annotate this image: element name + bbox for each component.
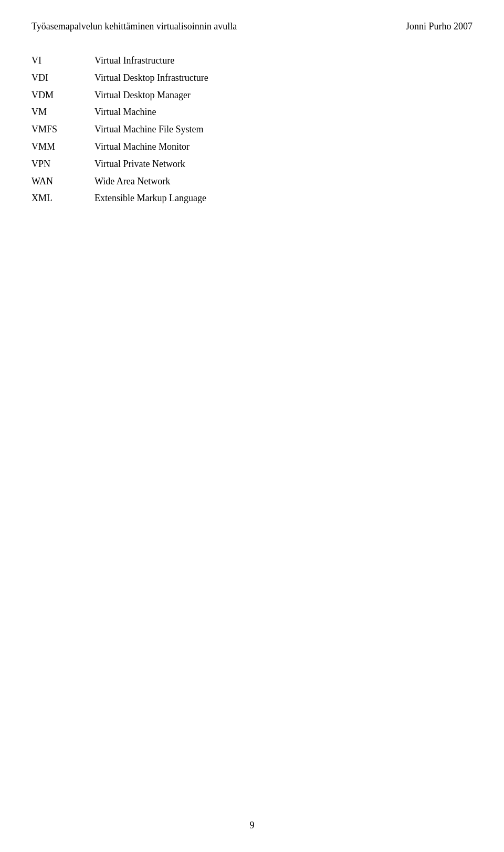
list-item: VMFSVirtual Machine File System [32,122,472,137]
abbr-term: VDM [32,88,94,103]
page-number: 9 [250,820,255,830]
abbr-term: VI [32,53,94,68]
abbr-term: VMM [32,139,94,154]
abbr-term: XML [32,191,94,206]
abbr-definition: Extensible Markup Language [94,191,206,206]
abbr-definition: Virtual Desktop Manager [94,88,191,103]
list-item: VMMVirtual Machine Monitor [32,139,472,154]
page-header: Työasemapalvelun kehittäminen virtualiso… [32,21,472,32]
list-item: WANWide Area Network [32,174,472,189]
abbr-definition: Virtual Desktop Infrastructure [94,70,208,86]
abbr-definition: Virtual Infrastructure [94,53,174,68]
list-item: VDMVirtual Desktop Manager [32,88,472,103]
abbr-definition: Virtual Private Network [94,157,185,172]
abbr-definition: Virtual Machine [94,105,156,120]
abbr-definition: Virtual Machine File System [94,122,203,137]
page: Työasemapalvelun kehittäminen virtualiso… [0,0,504,852]
document-title: Työasemapalvelun kehittäminen virtualiso… [32,21,237,32]
list-item: VPNVirtual Private Network [32,157,472,172]
list-item: VDIVirtual Desktop Infrastructure [32,70,472,86]
abbr-term: VDI [32,70,94,86]
page-footer: 9 [0,820,504,831]
abbr-term: VPN [32,157,94,172]
abbr-term: VM [32,105,94,120]
abbr-term: WAN [32,174,94,189]
abbr-definition: Wide Area Network [94,174,170,189]
abbr-term: VMFS [32,122,94,137]
abbr-definition: Virtual Machine Monitor [94,139,190,154]
list-item: XMLExtensible Markup Language [32,191,472,206]
document-author: Jonni Purho 2007 [406,21,472,32]
list-item: VMVirtual Machine [32,105,472,120]
abbreviations-table: VIVirtual InfrastructureVDIVirtual Deskt… [32,53,472,206]
list-item: VIVirtual Infrastructure [32,53,472,68]
